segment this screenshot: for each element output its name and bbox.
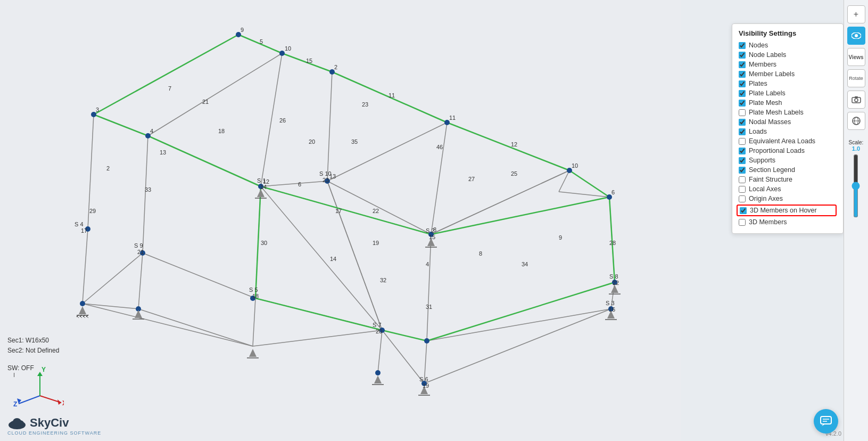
svg-line-18 <box>427 234 431 341</box>
svg-text:17: 17 <box>81 227 87 234</box>
skyciv-cloud-icon <box>7 416 27 429</box>
svg-text:12: 12 <box>511 141 517 148</box>
svg-text:6: 6 <box>298 181 301 187</box>
visibility-checkbox-13[interactable] <box>739 167 746 174</box>
visibility-item-10: Equivalent Area Loads <box>739 137 837 145</box>
visibility-button[interactable] <box>847 27 865 45</box>
visibility-item-2: Members <box>739 61 837 68</box>
svg-text:20: 20 <box>309 138 315 145</box>
svg-line-170 <box>19 396 40 404</box>
visibility-item-4: Plates <box>739 80 837 87</box>
svg-text:32: 32 <box>380 277 386 283</box>
axis-indicator: Z X Y I <box>11 366 64 414</box>
logo-text: SkyCiv <box>30 416 69 430</box>
svg-line-50 <box>94 115 148 136</box>
visibility-item-14: Faint Structure <box>739 176 837 183</box>
visibility-label-4: Plates <box>749 80 767 87</box>
svg-text:9: 9 <box>559 234 562 241</box>
visibility-checkbox-5[interactable] <box>739 90 746 97</box>
canvas-area[interactable]: 9 10 2 11 10 3 4 12 13 8 6 5 15 11 12 7 … <box>0 0 681 441</box>
svg-text:S 10: S 10 <box>319 170 332 177</box>
svg-text:4: 4 <box>426 261 429 267</box>
svg-marker-82 <box>79 306 86 314</box>
svg-text:6: 6 <box>611 189 615 195</box>
svg-text:23: 23 <box>362 101 368 108</box>
svg-text:22: 22 <box>613 280 619 286</box>
visibility-checkbox-15[interactable] <box>739 186 746 193</box>
visibility-item-6: Plate Mesh <box>739 99 837 107</box>
visibility-item-13: Section Legend <box>739 166 837 174</box>
scale-slider[interactable] <box>850 154 861 218</box>
svg-text:2: 2 <box>334 64 337 70</box>
visibility-checkbox-3[interactable] <box>739 71 746 78</box>
visibility-label-3: Member Labels <box>749 70 795 78</box>
add-button[interactable]: + <box>847 5 865 23</box>
views-button[interactable]: Views <box>847 48 865 66</box>
svg-text:S 2: S 2 <box>426 227 435 234</box>
svg-text:18: 18 <box>252 293 259 299</box>
svg-text:I: I <box>13 372 15 378</box>
svg-line-44 <box>427 309 611 341</box>
visibility-checkbox-11[interactable] <box>739 148 746 154</box>
svg-text:20: 20 <box>376 328 382 334</box>
svg-text:15: 15 <box>429 234 435 240</box>
visibility-label-17: 3D Members on Hover <box>750 207 817 214</box>
svg-line-17 <box>378 330 382 373</box>
visibility-checkbox-0[interactable] <box>739 42 746 49</box>
visibility-label-16: Origin Axes <box>749 195 783 202</box>
svg-text:46: 46 <box>436 144 443 150</box>
svg-line-15 <box>253 298 255 346</box>
visibility-item-12: Supports <box>739 157 837 164</box>
svg-rect-188 <box>855 96 858 98</box>
visibility-checkbox-7[interactable] <box>739 109 746 116</box>
visibility-label-11: Proportional Loads <box>749 147 805 154</box>
visibility-label-9: Loads <box>749 128 767 135</box>
svg-text:13: 13 <box>160 149 166 156</box>
chat-button[interactable] <box>814 409 838 434</box>
svg-line-32 <box>431 123 447 234</box>
svg-text:7: 7 <box>168 85 171 92</box>
section1-label: Sec1: W16x50 <box>7 336 59 346</box>
visibility-checkbox-9[interactable] <box>739 128 746 135</box>
svg-text:18: 18 <box>218 128 225 134</box>
globe-button[interactable] <box>847 112 865 130</box>
svg-line-31 <box>327 72 332 181</box>
visibility-checkbox-2[interactable] <box>739 61 746 68</box>
rotate-button[interactable]: Rotate <box>847 69 865 87</box>
scale-label: Scale: <box>849 140 864 145</box>
svg-line-30 <box>261 53 282 186</box>
svg-line-12 <box>143 136 148 253</box>
svg-point-61 <box>279 51 285 56</box>
right-toolbar: + Views Rotate Scale: 1.0 <box>844 0 868 441</box>
svg-text:29: 29 <box>89 208 96 214</box>
visibility-item-3: Member Labels <box>739 70 837 78</box>
svg-text:31: 31 <box>426 304 432 310</box>
visibility-checkbox-4[interactable] <box>739 80 746 87</box>
visibility-item-7: Plate Mesh Labels <box>739 109 837 116</box>
svg-line-35 <box>327 181 431 234</box>
svg-text:2: 2 <box>106 165 110 172</box>
svg-point-80 <box>375 370 381 375</box>
svg-marker-88 <box>135 310 142 318</box>
svg-text:S 4: S 4 <box>75 221 84 227</box>
visibility-checkbox-14[interactable] <box>739 176 746 183</box>
visibility-checkbox-18[interactable] <box>739 219 746 226</box>
visibility-checkbox-6[interactable] <box>739 100 746 107</box>
svg-line-36 <box>261 186 382 330</box>
visibility-checkbox-12[interactable] <box>739 157 746 164</box>
visibility-checkbox-16[interactable] <box>739 195 746 202</box>
svg-text:16: 16 <box>609 306 615 313</box>
visibility-checkbox-1[interactable] <box>739 52 746 59</box>
visibility-item-5: Plate Labels <box>739 89 837 97</box>
visibility-checkbox-10[interactable] <box>739 138 746 145</box>
svg-line-48 <box>447 123 569 170</box>
visibility-checkbox-17[interactable] <box>740 207 747 214</box>
visibility-item-0: Nodes <box>739 42 837 49</box>
svg-text:35: 35 <box>351 138 358 145</box>
svg-text:11: 11 <box>388 92 395 99</box>
visibility-checkbox-8[interactable] <box>739 119 746 126</box>
svg-text:3: 3 <box>96 107 99 113</box>
svg-point-185 <box>855 34 858 37</box>
camera-button[interactable] <box>847 91 865 109</box>
visibility-label-12: Supports <box>749 157 775 164</box>
